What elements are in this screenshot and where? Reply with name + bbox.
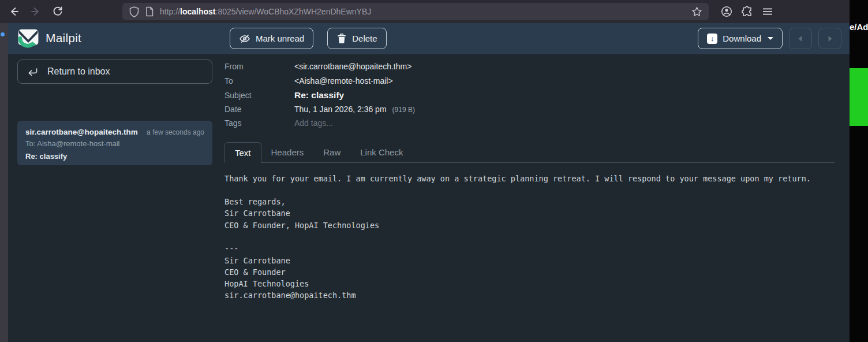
return-to-inbox-label: Return to inbox: [47, 66, 110, 77]
delete-button[interactable]: Delete: [327, 28, 386, 49]
from-value: <sir.carrotbane@hopaitech.thm>: [294, 62, 411, 71]
next-message-button[interactable]: [818, 28, 841, 49]
tab-text[interactable]: Text: [225, 142, 261, 163]
toolbar-right-icons: [720, 5, 773, 18]
browser-toolbar: http://localhost:8025/view/WoCBhoXZhWH2e…: [0, 0, 850, 23]
message-list-item[interactable]: sir.carrotbane@hopaitech.thm a few secon…: [17, 121, 212, 165]
message-item-subject: Re: classify: [25, 152, 204, 161]
download-label: Download: [723, 34, 761, 43]
tab-link-check[interactable]: Link Check: [350, 142, 413, 162]
message-detail-pane: From <sir.carrotbane@hopaitech.thm> To <…: [225, 54, 835, 342]
download-button[interactable]: ↓ Download: [698, 28, 783, 49]
page-info-icon[interactable]: [144, 6, 155, 17]
mailpit-brand[interactable]: Mailpit: [17, 28, 81, 49]
reload-button[interactable]: [48, 2, 67, 21]
message-sidebar: Return to inbox sir.carrotbane@hopaitech…: [8, 54, 220, 342]
date-label: Date: [225, 105, 294, 114]
forward-button[interactable]: [27, 2, 45, 21]
subject-label: Subject: [225, 91, 294, 100]
download-icon: ↓: [707, 34, 717, 44]
meta-row-subject: Subject Re: classify: [225, 90, 835, 105]
url-protocol: http://: [160, 7, 180, 16]
shield-icon[interactable]: [128, 6, 140, 18]
message-item-sender: sir.carrotbane@hopaitech.thm: [25, 128, 138, 136]
trash-icon: [336, 33, 347, 44]
account-icon[interactable]: [720, 5, 733, 18]
to-value: <Aisha@remote-host-mail>: [294, 76, 393, 86]
return-arrow-icon: [27, 66, 39, 78]
desktop-background: e/Adv: [848, 0, 868, 342]
meta-row-to: To <Aisha@remote-host-mail>: [225, 76, 835, 91]
header-right-actions: ↓ Download: [698, 28, 841, 49]
subject-value: Re: classify: [294, 90, 344, 101]
message-item-top-row: sir.carrotbane@hopaitech.thm a few secon…: [25, 128, 204, 136]
menu-hamburger-icon[interactable]: [762, 6, 773, 17]
back-button[interactable]: [5, 2, 23, 21]
meta-row-tags: Tags Add tags...: [225, 118, 835, 133]
url-host: localhost: [180, 7, 215, 16]
desktop-green-block: [850, 68, 868, 126]
tab-headers[interactable]: Headers: [261, 142, 314, 162]
extensions-puzzle-icon[interactable]: [741, 5, 754, 18]
forward-arrow-icon: [29, 5, 42, 18]
chevron-left-icon: [795, 34, 806, 44]
window-left-strip: [0, 23, 8, 342]
message-meta: From <sir.carrotbane@hopaitech.thm> To <…: [225, 54, 835, 133]
notification-dot: [1, 32, 5, 36]
delete-label: Delete: [352, 34, 377, 43]
message-item-recipient: To: Aisha@remote-host-mail: [25, 139, 204, 148]
header-actions: Mark unread Delete: [230, 28, 387, 49]
message-body: Thank you for your email. I am currently…: [225, 173, 835, 302]
mark-unread-label: Mark unread: [256, 34, 304, 43]
eye-slash-icon: [239, 33, 250, 44]
bookmark-star-icon[interactable]: [691, 6, 703, 18]
mark-unread-button[interactable]: Mark unread: [230, 28, 313, 49]
date-value: Thu, 1 Jan 2026, 2:36 pm: [294, 105, 387, 114]
mailpit-logo-icon: [17, 28, 39, 49]
mailpit-header: Mailpit Mark unread Delete: [8, 23, 850, 54]
from-label: From: [225, 62, 294, 71]
desktop-wallpaper-text: e/Adv: [850, 22, 868, 32]
tags-label: Tags: [225, 118, 294, 128]
url-bar[interactable]: http://localhost:8025/view/WoCBhoXZhWH2e…: [122, 3, 709, 20]
meta-row-date: Date Thu, 1 Jan 2026, 2:36 pm (919 B): [225, 105, 835, 119]
message-size: (919 B): [392, 106, 415, 114]
tab-raw[interactable]: Raw: [313, 142, 350, 162]
tags-input[interactable]: Add tags...: [294, 118, 333, 128]
url-path: :8025/view/WoCBhoXZhWH2enDhEwnYBJ: [216, 7, 372, 16]
back-arrow-icon: [8, 5, 20, 18]
browser-nav-buttons: [5, 2, 67, 21]
meta-row-from: From <sir.carrotbane@hopaitech.thm>: [225, 62, 835, 76]
to-label: To: [225, 76, 294, 86]
url-text: http://localhost:8025/view/WoCBhoXZhWH2e…: [160, 7, 691, 16]
mailpit-page: Mailpit Mark unread Delete: [8, 23, 850, 342]
reload-icon: [51, 5, 64, 18]
browser-window: http://localhost:8025/view/WoCBhoXZhWH2e…: [0, 0, 850, 342]
previous-message-button[interactable]: [789, 28, 812, 49]
chevron-down-icon: [768, 37, 773, 40]
brand-name: Mailpit: [46, 31, 81, 45]
view-tabs: Text Headers Raw Link Check: [225, 140, 835, 163]
return-to-inbox-button[interactable]: Return to inbox: [17, 60, 212, 84]
chevron-right-icon: [825, 34, 835, 44]
message-item-timestamp: a few seconds ago: [147, 128, 204, 136]
